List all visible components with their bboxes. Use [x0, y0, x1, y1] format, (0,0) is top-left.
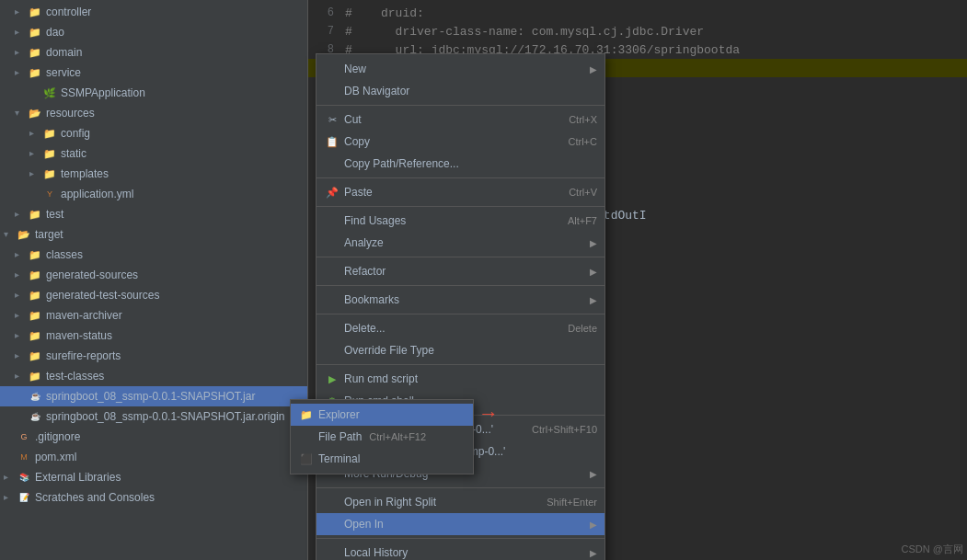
tree-label-domain: domain	[46, 46, 82, 59]
submenu-label-explorer: Explorer	[318, 408, 360, 421]
override-file-type-icon	[324, 342, 340, 359]
open-in-right-split-icon	[324, 494, 340, 510]
separator-5	[317, 285, 604, 286]
tree-label-controller: controller	[46, 6, 91, 18]
tree-label-dao: dao	[46, 26, 64, 39]
bookmarks-icon	[324, 291, 340, 308]
arrow-templates	[29, 168, 40, 179]
arrow-surefire-reports	[15, 350, 26, 361]
code-line-6: 6 # druid:	[308, 4, 967, 22]
tree-item-surefire-reports[interactable]: surefire-reports	[0, 346, 307, 366]
folder-icon-templates	[42, 166, 57, 181]
tree-label-service: service	[46, 66, 81, 79]
arrow-dao	[15, 27, 26, 38]
tree-item-gen-test-sources[interactable]: generated-test-sources	[0, 285, 307, 305]
menu-label-run-cmd-script: Run cmd script	[344, 372, 597, 385]
menu-item-find-usages[interactable]: Find Usages Alt+F7	[317, 210, 604, 232]
menu-label-paste: Paste	[344, 186, 561, 199]
tree-label-gen-test-sources: generated-test-sources	[46, 289, 159, 302]
tree-item-gitignore[interactable]: G .gitignore	[0, 427, 307, 447]
arrow-appyml	[29, 189, 40, 200]
tree-item-domain[interactable]: domain	[0, 42, 307, 63]
arrow-resources	[15, 108, 26, 119]
menu-item-copy[interactable]: 📋 Copy Ctrl+C	[317, 131, 604, 153]
tree-label-maven-status: maven-status	[46, 329, 112, 342]
tree-item-classes[interactable]: classes	[0, 245, 307, 265]
menu-label-delete: Delete...	[344, 322, 560, 335]
arrow-classes	[15, 249, 26, 260]
run-cmd-script-icon: ▶	[324, 371, 340, 387]
tree-item-pomxml[interactable]: M pom.xml	[0, 447, 307, 467]
menu-item-override-file-type[interactable]: Override File Type	[317, 339, 604, 361]
tree-item-service[interactable]: service	[0, 63, 307, 83]
delete-shortcut: Delete	[568, 323, 597, 334]
tree-item-templates[interactable]: templates	[0, 164, 307, 184]
explorer-icon: 📁	[298, 406, 315, 423]
folder-icon-static	[42, 146, 57, 161]
separator-3	[317, 206, 604, 207]
tree-item-jar-origin[interactable]: ☕ springboot_08_ssmp-0.0.1-SNAPSHOT.jar.…	[0, 406, 307, 427]
arrow-jar-origin	[15, 411, 26, 422]
arrow-pomxml	[4, 451, 15, 463]
tree-label-ssmpapp: SSMPApplication	[61, 86, 145, 99]
cut-icon: ✂	[324, 111, 340, 128]
menu-item-refactor[interactable]: Refactor ▶	[317, 260, 604, 282]
submenu-item-explorer[interactable]: 📁 Explorer	[291, 404, 473, 426]
separator-2	[317, 177, 604, 178]
tree-item-maven-status[interactable]: maven-status	[0, 326, 307, 346]
tree-item-config[interactable]: config	[0, 123, 307, 143]
arrow-jar	[15, 391, 26, 402]
tree-item-target[interactable]: target	[0, 224, 307, 245]
submenu-label-file-path: File Path	[318, 430, 362, 443]
arrow-scratches	[4, 492, 15, 503]
menu-item-open-in[interactable]: Open In ▶	[317, 513, 604, 535]
tree-item-appyml[interactable]: Y application.yml	[0, 184, 307, 204]
open-in-arrow-icon: ▶	[590, 520, 597, 530]
menu-item-new[interactable]: New ▶	[317, 58, 604, 80]
tree-label-surefire-reports: surefire-reports	[46, 349, 121, 362]
tree-item-jar[interactable]: ☕ springboot_08_ssmp-0.0.1-SNAPSHOT.jar	[0, 386, 307, 406]
menu-label-copy: Copy	[344, 135, 561, 148]
menu-item-analyze[interactable]: Analyze ▶	[317, 232, 604, 254]
menu-item-copy-path[interactable]: Copy Path/Reference...	[317, 153, 604, 175]
menu-item-cut[interactable]: ✂ Cut Ctrl+X	[317, 109, 604, 131]
bookmarks-arrow-icon: ▶	[590, 295, 597, 305]
tree-item-resources[interactable]: resources	[0, 103, 307, 123]
submenu-item-file-path[interactable]: File Path Ctrl+Alt+F12	[291, 426, 473, 448]
arrow-gen-test-sources	[15, 290, 26, 301]
tree-item-scratches[interactable]: 📝 Scratches and Consoles	[0, 487, 307, 508]
tree-label-appyml: application.yml	[61, 188, 133, 200]
menu-item-bookmarks[interactable]: Bookmarks ▶	[317, 289, 604, 311]
paste-shortcut: Ctrl+V	[569, 187, 597, 198]
tree-item-static[interactable]: static	[0, 143, 307, 164]
tree-item-ext-libs[interactable]: 📚 External Libraries	[0, 467, 307, 487]
folder-icon-dao	[28, 25, 42, 40]
tree-label-resources: resources	[46, 107, 95, 120]
copy-icon: 📋	[324, 133, 340, 150]
menu-item-delete[interactable]: Delete... Delete	[317, 317, 604, 339]
line-content-7: # driver-class-name: com.mysql.cj.jdbc.D…	[345, 25, 967, 39]
tree-item-controller[interactable]: controller	[0, 2, 307, 22]
submenu-item-terminal[interactable]: ⬛ Terminal	[291, 448, 473, 470]
tree-item-maven-archiver[interactable]: maven-archiver	[0, 305, 307, 326]
arrow-gitignore	[4, 431, 15, 442]
menu-item-local-history[interactable]: Local History ▶	[317, 542, 604, 560]
folder-icon-gen-test-sources	[28, 288, 42, 303]
tree-item-test[interactable]: test	[0, 204, 307, 224]
tree-label-maven-archiver: maven-archiver	[46, 309, 122, 322]
run-spring-shortcut: Ctrl+Shift+F10	[532, 424, 597, 435]
menu-item-run-cmd-script[interactable]: ▶ Run cmd script	[317, 368, 604, 390]
tree-item-gen-sources[interactable]: generated-sources	[0, 265, 307, 285]
tree-item-dao[interactable]: dao	[0, 22, 307, 42]
menu-item-open-in-right-split[interactable]: Open in Right Split Shift+Enter	[317, 491, 604, 513]
menu-label-bookmarks: Bookmarks	[344, 293, 586, 306]
line-content-6: # druid:	[345, 6, 967, 20]
tree-item-test-classes[interactable]: test-classes	[0, 366, 307, 386]
menu-item-db-navigator[interactable]: DB Navigator	[317, 80, 604, 102]
tree-item-ssmpapp[interactable]: 🌿 SSMPApplication	[0, 83, 307, 103]
folder-icon-test-classes	[28, 369, 42, 383]
paste-icon: 📌	[324, 184, 340, 200]
separator-7	[317, 364, 604, 365]
tree-label-templates: templates	[61, 167, 109, 180]
menu-item-paste[interactable]: 📌 Paste Ctrl+V	[317, 181, 604, 203]
